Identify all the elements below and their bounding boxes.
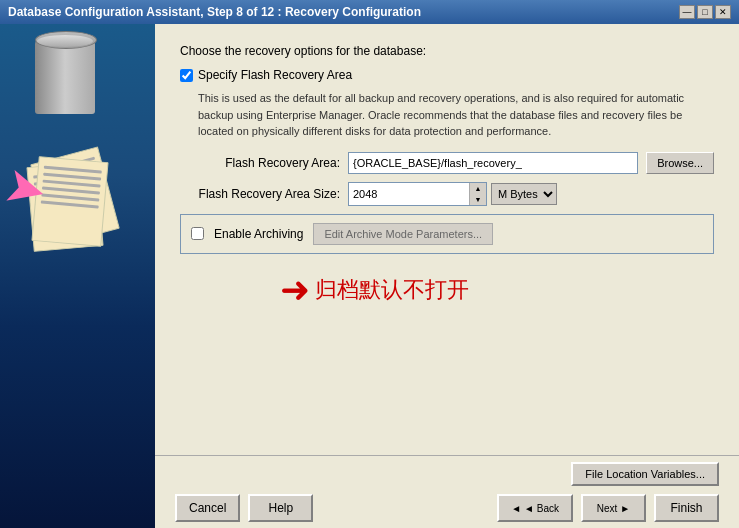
annotation-arrow-icon: ➜ [280, 269, 310, 311]
file-location-row: File Location Variables... [175, 462, 719, 486]
title-bar: Database Configuration Assistant, Step 8… [0, 0, 739, 24]
title-controls: — □ ✕ [679, 5, 731, 19]
back-label: ◄ Back [524, 503, 559, 514]
flash-recovery-area-row: Flash Recovery Area: Browse... [180, 152, 714, 174]
enable-archiving-label[interactable]: Enable Archiving [214, 227, 303, 241]
size-input-container: ▲ ▼ [348, 182, 487, 206]
file-location-variables-button[interactable]: File Location Variables... [571, 462, 719, 486]
annotation-group: ➜ 归档默认不打开 [280, 269, 714, 311]
left-panel: ➤ [0, 24, 155, 528]
next-label: Next [597, 503, 618, 514]
form-grid: Flash Recovery Area: Browse... Flash Rec… [180, 152, 714, 206]
spin-up-button[interactable]: ▲ [470, 183, 486, 194]
archiving-box: Enable Archiving Edit Archive Mode Param… [180, 214, 714, 254]
bottom-section: File Location Variables... Cancel Help ◄… [155, 455, 739, 528]
drum-icon [35, 39, 95, 114]
flash-recovery-size-label: Flash Recovery Area Size: [180, 187, 340, 201]
flash-recovery-size-row: Flash Recovery Area Size: ▲ ▼ M Bytes G … [180, 182, 714, 206]
flash-recovery-area-label: Flash Recovery Area: [180, 156, 340, 170]
window-title: Database Configuration Assistant, Step 8… [8, 5, 421, 19]
flash-recovery-area-input[interactable] [348, 152, 638, 174]
maximize-button[interactable]: □ [697, 5, 713, 19]
help-button[interactable]: Help [248, 494, 313, 522]
annotation-text: 归档默认不打开 [315, 275, 469, 305]
minimize-button[interactable]: — [679, 5, 695, 19]
next-button[interactable]: Next ► [581, 494, 646, 522]
finish-button[interactable]: Finish [654, 494, 719, 522]
navigation-row: Cancel Help ◄ ◄ Back Next ► Finish [175, 494, 719, 522]
next-arrow-icon: ► [620, 503, 630, 514]
cancel-button[interactable]: Cancel [175, 494, 240, 522]
right-panel: Choose the recovery options for the data… [155, 24, 739, 528]
back-button[interactable]: ◄ ◄ Back [497, 494, 573, 522]
flash-recovery-description: This is used as the default for all back… [198, 90, 714, 140]
size-unit-select[interactable]: M Bytes G Bytes [491, 183, 557, 205]
flash-recovery-checkbox[interactable] [180, 69, 193, 82]
edit-archive-params-button[interactable]: Edit Archive Mode Parameters... [313, 223, 493, 245]
content-area: Choose the recovery options for the data… [155, 24, 739, 455]
nav-right-buttons: ◄ ◄ Back Next ► Finish [497, 494, 719, 522]
back-arrow-icon: ◄ [511, 503, 521, 514]
spinner-buttons: ▲ ▼ [469, 183, 486, 205]
main-instruction: Choose the recovery options for the data… [180, 44, 714, 58]
size-input[interactable] [349, 183, 469, 205]
close-button[interactable]: ✕ [715, 5, 731, 19]
spin-down-button[interactable]: ▼ [470, 194, 486, 205]
size-input-group: ▲ ▼ M Bytes G Bytes [348, 182, 557, 206]
nav-left-buttons: Cancel Help [175, 494, 313, 522]
main-container: ➤ Choose the recovery options for the da… [0, 24, 739, 528]
browse-button[interactable]: Browse... [646, 152, 714, 174]
flash-recovery-checkbox-row: Specify Flash Recovery Area [180, 68, 714, 82]
enable-archiving-checkbox[interactable] [191, 227, 204, 240]
flash-recovery-label[interactable]: Specify Flash Recovery Area [198, 68, 352, 82]
